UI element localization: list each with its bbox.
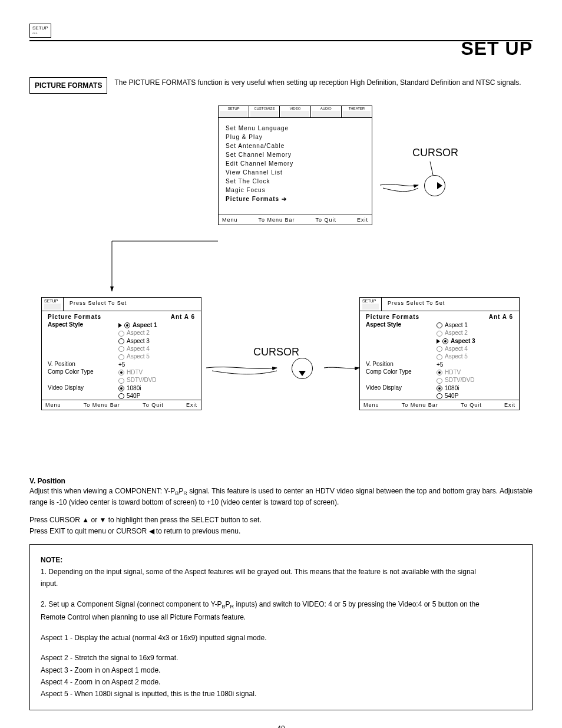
menu-item: Magic Focus [226, 186, 365, 195]
aspect-desc-5: Aspect 5 - When 1080i signal is inputted… [41, 688, 488, 700]
menu-item-active: Picture Formats ➔ [226, 195, 365, 203]
cursor-down-icon [292, 358, 313, 379]
page-title: SET UP [29, 38, 533, 60]
picture-formats-box: PICTURE FORMATS [29, 77, 107, 94]
menu-item: View Channel List [226, 168, 365, 177]
cursor-right-icon [424, 175, 445, 196]
menu-item: Plug & Play [226, 133, 365, 141]
osd-tabs: SETUP CUSTOMIZE VIDEO AUDIO THEATER [219, 106, 372, 118]
menu-item: Set The Clock [226, 177, 365, 186]
cursor-label-top: CURSOR [412, 147, 458, 159]
osd-pf-right: SETUP Press Select To Set Picture Format… [359, 297, 520, 410]
menu-item: Edit Channel Memory [226, 159, 365, 168]
cursor-label-mid: CURSOR [253, 346, 299, 358]
vposition-head: V. Position [29, 477, 533, 485]
setup-corner-icon: SETUP◦◦◦ [29, 24, 51, 38]
osd-pf-left: SETUP Press Select To Set Picture Format… [41, 297, 201, 410]
intro-text: The PICTURE FORMATS function is very use… [114, 77, 533, 88]
diagram-area: CURSOR SETUP CUSTOMIZE VIDEO AUDIO THEAT… [29, 106, 533, 471]
vposition-para3: Press EXIT to quit menu or CURSOR ◀ to r… [29, 526, 533, 536]
note-item-1: 1. Depending on the input signal, some o… [41, 566, 488, 590]
osd-main: SETUP CUSTOMIZE VIDEO AUDIO THEATER Set … [218, 106, 372, 225]
aspect-desc-4: Aspect 4 - Zoom in on Aspect 2 mode. [41, 676, 488, 688]
aspect-desc-1: Aspect 1 - Display the actual (normal 4x… [41, 632, 488, 644]
aspect-desc-3: Aspect 3 - Zoom in on Aspect 1 mode. [41, 664, 488, 676]
note-item-2: 2. Set up a Component Signal (connect co… [41, 598, 488, 624]
menu-item: Set Antenna/Cable [226, 141, 365, 150]
svg-line-0 [430, 162, 433, 175]
note-box: NOTE: 1. Depending on the input signal, … [29, 544, 533, 710]
page-number: 40 [29, 724, 533, 728]
menu-item: Set Channel Memory [226, 150, 365, 159]
aspect-desc-2: Aspect 2 - Stretch the signal to 16x9 fo… [41, 652, 488, 664]
menu-item: Set Menu Language [226, 124, 365, 133]
vposition-para2: Press CURSOR ▲ or ▼ to highlight then pr… [29, 515, 533, 525]
vposition-para1: Adjust this when viewing a COMPONENT: Y-… [29, 486, 533, 508]
